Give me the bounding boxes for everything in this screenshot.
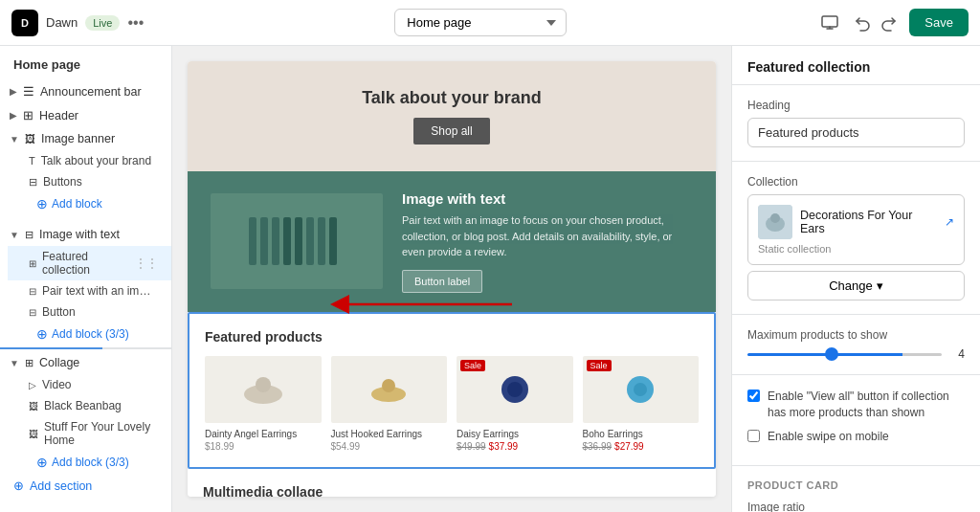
- product-name-3: Daisy Earrings: [457, 429, 573, 439]
- panel-product-card-section: PRODUCT CARD Image ratio Square Portrait…: [732, 466, 980, 512]
- sidebar-sub-item-button[interactable]: ⊟ Button: [8, 301, 171, 323]
- panel-title: Featured collection: [732, 46, 980, 85]
- sub-item-label: Button: [42, 305, 76, 319]
- svg-point-16: [634, 383, 647, 396]
- svg-rect-4: [283, 217, 291, 265]
- product-card-title: PRODUCT CARD: [747, 479, 965, 491]
- heading-input[interactable]: [747, 118, 965, 147]
- products-grid: Dainty Angel Earrings $18.99 Just Hooked…: [205, 356, 699, 452]
- plus-circle-icon: ⊕: [13, 479, 24, 493]
- sidebar-item-image-with-text[interactable]: ▼ ⊟ Image with text: [0, 223, 171, 246]
- sidebar-item-header[interactable]: ▶ ⊞ Header: [0, 103, 171, 127]
- enable-swipe-checkbox[interactable]: [747, 430, 760, 442]
- plus-icon: ⊕: [36, 326, 48, 342]
- sidebar-item-announcement-bar[interactable]: ▶ ☰ Announcement bar: [0, 79, 171, 103]
- panel-heading-section: Heading: [732, 85, 980, 162]
- add-section-button[interactable]: ⊕ Add section: [0, 474, 171, 498]
- chevron-down-icon: ▼: [10, 230, 19, 240]
- svg-point-20: [770, 213, 780, 223]
- image-banner-children: T Talk about your brand ⊟ Buttons ⊕ Add …: [0, 150, 171, 215]
- sidebar-item-icon: ⊞: [23, 108, 33, 122]
- preview-shop-all-button[interactable]: Shop all: [413, 118, 489, 145]
- svg-rect-2: [260, 217, 268, 265]
- topbar-left: D Dawn Live •••: [11, 10, 144, 36]
- chevron-right-icon: ▶: [10, 110, 17, 121]
- product-card-3: Daisy Earrings $49.99$37.99: [457, 356, 573, 452]
- change-collection-button[interactable]: Change ▾: [747, 271, 965, 301]
- sidebar-sub-item-stuff-lovely-home[interactable]: 🖼 Stuff For Your Lovely Home: [8, 416, 171, 451]
- svg-point-12: [382, 379, 395, 392]
- collection-sub: Static collection: [758, 243, 954, 255]
- product-name-4: Boho Earrings: [583, 429, 700, 439]
- topbar-right: Save: [817, 9, 969, 36]
- right-panel: Featured collection Heading Collection D…: [731, 46, 980, 512]
- more-options-icon[interactable]: •••: [127, 14, 144, 32]
- sub-item-label: Pair text with an image to focu...: [42, 284, 157, 298]
- sidebar-item-image-banner[interactable]: ▼ 🖼 Image banner: [0, 127, 171, 150]
- sidebar-sub-item-talk-brand[interactable]: T Talk about your brand: [8, 150, 171, 171]
- svg-rect-6: [306, 217, 314, 265]
- image-icon: 🖼: [29, 429, 38, 439]
- preview-image-text-section: Image with text Pair text with an image …: [188, 171, 716, 312]
- preview-img-button[interactable]: Button label: [402, 270, 482, 293]
- sidebar-item-label: Announcement bar: [40, 85, 142, 99]
- sidebar-sub-item-black-beanbag[interactable]: 🖼 Black Beanbag: [8, 395, 171, 416]
- add-block-image-banner[interactable]: ⊕ Add block: [8, 192, 171, 215]
- svg-point-14: [507, 382, 523, 397]
- preview-brand-title: Talk about your brand: [362, 88, 542, 108]
- svg-rect-5: [295, 217, 302, 265]
- undo-redo-group: [850, 11, 902, 35]
- svg-rect-8: [329, 217, 337, 265]
- product-card-1: Dainty Angel Earrings $18.99: [205, 356, 322, 452]
- sidebar-sub-item-video[interactable]: ▷ Video: [8, 374, 171, 395]
- chevron-down-icon: ▼: [10, 134, 19, 145]
- sidebar-sub-item-pair-text[interactable]: ⊟ Pair text with an image to focu...: [8, 280, 171, 301]
- brand-name: Dawn: [46, 15, 78, 30]
- redo-button[interactable]: [877, 11, 902, 35]
- product-price-1: $18.99: [205, 441, 322, 452]
- product-name-2: Just Hooked Earrings: [331, 429, 448, 439]
- add-block-label: Add block (3/3): [52, 456, 129, 469]
- page-select[interactable]: Home page About Contact: [394, 9, 567, 36]
- preview-img-title: Image with text: [402, 190, 693, 207]
- save-button[interactable]: Save: [909, 9, 969, 36]
- max-products-slider[interactable]: [747, 353, 942, 356]
- drag-handle-icon[interactable]: ⋮⋮: [135, 256, 158, 270]
- preview-img-content: Image with text Pair text with an image …: [402, 190, 693, 293]
- sidebar-item-collage[interactable]: ▼ ⊞ Collage: [0, 351, 171, 374]
- enable-swipe-label: Enable swipe on mobile: [768, 429, 889, 445]
- add-block-collage[interactable]: ⊕ Add block (3/3): [8, 451, 171, 474]
- add-block-label: Add block: [52, 197, 102, 211]
- video-icon: ▷: [29, 380, 36, 390]
- preview-featured-title: Featured products: [205, 329, 699, 345]
- text-icon: T: [29, 155, 35, 167]
- undo-button[interactable]: [850, 11, 875, 35]
- pair-text-icon: ⊟: [29, 286, 36, 297]
- product-price-2: $54.99: [331, 441, 448, 452]
- add-section-label: Add section: [30, 479, 92, 493]
- main-layout: Home page ▶ ☰ Announcement bar ▶ ⊞ Heade…: [0, 46, 980, 512]
- sidebar-item-icon: ⊞: [25, 357, 33, 369]
- page-preview: Talk about your brand Shop all: [188, 61, 716, 497]
- live-badge: Live: [85, 15, 120, 31]
- checkbox-row-1: Enable "View all" button if collection h…: [747, 389, 965, 421]
- sidebar-item-footer[interactable]: ▶ Footer: [0, 505, 171, 512]
- product-name-1: Dainty Angel Earrings: [205, 429, 322, 439]
- sidebar-item-icon: ☰: [23, 84, 34, 99]
- product-card-4: Boho Earrings $36.99$27.99: [583, 356, 700, 452]
- desktop-preview-button[interactable]: [817, 11, 842, 35]
- preview-featured-section: Featured products Dainty Angel Earrings …: [188, 312, 716, 469]
- preview-img-desc: Pair text with an image to focus on your…: [402, 212, 693, 260]
- chevron-down-icon: ▾: [877, 278, 883, 293]
- sidebar-sub-item-featured-collection[interactable]: ⊞ Featured collection ⋮⋮: [8, 246, 171, 280]
- sidebar-item-label: Collage: [39, 356, 79, 369]
- enable-view-all-checkbox[interactable]: [747, 390, 760, 402]
- sub-item-label: Stuff For Your Lovely Home: [44, 420, 158, 447]
- external-link-icon[interactable]: ↗: [945, 215, 954, 229]
- preview-brand-section: Talk about your brand Shop all: [188, 61, 716, 171]
- panel-collection-section: Collection Decorations For Your Ears ↗ S…: [732, 162, 980, 315]
- add-block-image-with-text[interactable]: ⊕ Add block (3/3): [8, 323, 171, 345]
- slider-value: 4: [949, 347, 965, 361]
- product-img-1: [205, 356, 322, 423]
- sidebar-sub-item-buttons[interactable]: ⊟ Buttons: [8, 171, 171, 192]
